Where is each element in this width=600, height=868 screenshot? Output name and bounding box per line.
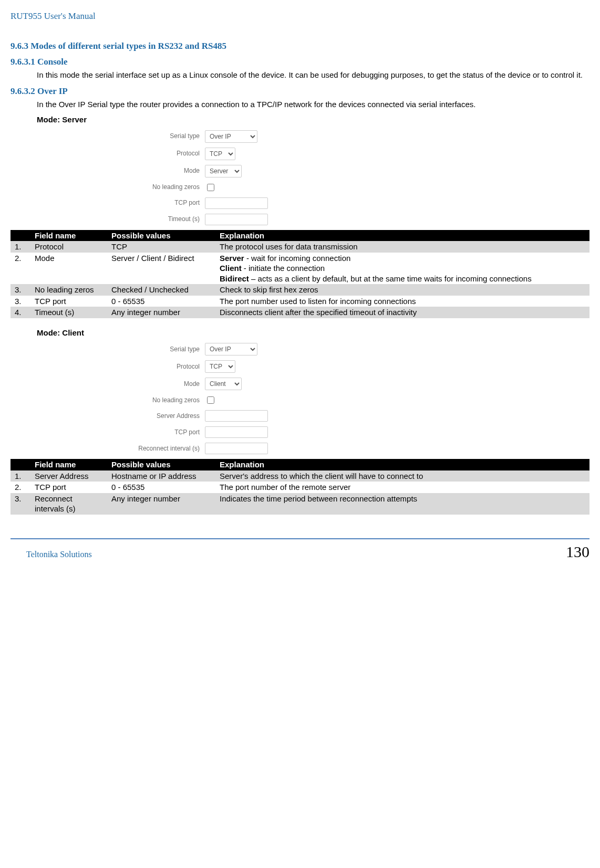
mode-server-label: Mode: Server xyxy=(37,114,589,125)
field-name: Timeout (s) xyxy=(30,307,107,318)
row-number: 3. xyxy=(11,284,30,296)
no-leading-zeros-checkbox[interactable] xyxy=(207,184,214,191)
table-row: 4.Timeout (s)Any integer numberDisconnec… xyxy=(11,307,589,318)
field-name: TCP port xyxy=(30,482,107,493)
possible-values: 0 - 65535 xyxy=(107,482,215,493)
timeout-input[interactable] xyxy=(205,214,268,225)
client-param-table: Field name Possible values Explanation 1… xyxy=(11,459,589,515)
col-possible: Possible values xyxy=(107,230,215,242)
row-number: 2. xyxy=(11,482,30,493)
row-number: 3. xyxy=(11,493,30,515)
row-number: 4. xyxy=(11,307,30,318)
table-row: 3.TCP port0 - 65535The port number used … xyxy=(11,296,589,307)
row-number: 3. xyxy=(11,296,30,307)
row-number: 1. xyxy=(11,470,30,482)
field-name: No leading zeros xyxy=(30,284,107,296)
server-address-input[interactable] xyxy=(205,410,268,422)
possible-values: Hostname or IP address xyxy=(107,470,215,482)
paragraph-overip: In the Over IP Serial type the router pr… xyxy=(11,99,589,110)
tcp-port-label: TCP port xyxy=(131,428,200,437)
heading-9632: 9.6.3.2 Over IP xyxy=(11,86,589,97)
server-param-table: Field name Possible values Explanation 1… xyxy=(11,230,589,318)
explanation: The port number of the remote server xyxy=(215,482,589,493)
col-possible: Possible values xyxy=(107,459,215,470)
footer-page-number: 130 xyxy=(566,541,589,562)
possible-values: Server / Client / Bidirect xyxy=(107,253,215,285)
field-name: Server Address xyxy=(30,470,107,482)
document-header: RUT955 User's Manual xyxy=(11,11,589,22)
server-address-label: Server Address xyxy=(131,412,200,421)
possible-values: TCP xyxy=(107,241,215,253)
page-footer: Teltonika Solutions 130 xyxy=(11,539,589,562)
table-row: 2.ModeServer / Client / BidirectServer -… xyxy=(11,253,589,285)
table-row: 3.Reconnect intervals (s)Any integer num… xyxy=(11,493,589,515)
table-row: 3.No leading zerosChecked / UncheckedChe… xyxy=(11,284,589,296)
col-num xyxy=(11,459,30,470)
explanation: Check to skip first hex zeros xyxy=(215,284,589,296)
mode-select[interactable]: Server xyxy=(205,165,242,177)
tcp-port-input[interactable] xyxy=(205,426,268,438)
no-leading-zeros-label: No leading zeros xyxy=(131,183,200,192)
table-row: 1.ProtocolTCPThe protocol uses for data … xyxy=(11,241,589,253)
protocol-label: Protocol xyxy=(131,150,200,158)
explanation: The protocol uses for data transmission xyxy=(215,241,589,253)
heading-9631: 9.6.3.1 Console xyxy=(11,56,589,68)
explanation: Server - wait for incoming connectionCli… xyxy=(215,253,589,285)
serial-type-select[interactable]: Over IP xyxy=(205,130,257,143)
protocol-label: Protocol xyxy=(131,363,200,371)
mode-label: Mode xyxy=(131,167,200,175)
tcp-port-input[interactable] xyxy=(205,197,268,209)
explanation: The port number used to listen for incom… xyxy=(215,296,589,307)
row-number: 2. xyxy=(11,253,30,285)
server-form: Serial type Over IP Protocol TCP Mode Se… xyxy=(131,130,289,225)
mode-label: Mode xyxy=(131,380,200,389)
paragraph-console: In this mode the serial interface set up… xyxy=(11,70,589,80)
possible-values: Any integer number xyxy=(107,307,215,318)
possible-values: Any integer number xyxy=(107,493,215,515)
explanation: Indicates the time period between reconn… xyxy=(215,493,589,515)
col-field: Field name xyxy=(30,230,107,242)
heading-963: 9.6.3 Modes of different serial types in… xyxy=(11,40,589,52)
explanation: Disconnects client after the specified t… xyxy=(215,307,589,318)
timeout-label: Timeout (s) xyxy=(131,215,200,224)
field-name: Reconnect intervals (s) xyxy=(30,493,107,515)
col-field: Field name xyxy=(30,459,107,470)
col-num xyxy=(11,230,30,242)
tcp-port-label: TCP port xyxy=(131,199,200,207)
table-row: 1.Server AddressHostname or IP addressSe… xyxy=(11,470,589,482)
explanation: Server's address to which the client wil… xyxy=(215,470,589,482)
mode-select[interactable]: Client xyxy=(205,378,242,390)
protocol-select[interactable]: TCP xyxy=(205,148,235,160)
serial-type-label: Serial type xyxy=(131,346,200,354)
col-explanation: Explanation xyxy=(215,230,589,242)
table-row: 2.TCP port0 - 65535The port number of th… xyxy=(11,482,589,493)
protocol-select[interactable]: TCP xyxy=(205,360,235,373)
field-name: Mode xyxy=(30,253,107,285)
client-form: Serial type Over IP Protocol TCP Mode Cl… xyxy=(131,343,289,454)
field-name: Protocol xyxy=(30,241,107,253)
col-explanation: Explanation xyxy=(215,459,589,470)
serial-type-label: Serial type xyxy=(131,132,200,141)
no-leading-zeros-label: No leading zeros xyxy=(131,396,200,405)
possible-values: 0 - 65535 xyxy=(107,296,215,307)
mode-client-label: Mode: Client xyxy=(37,328,589,338)
serial-type-select[interactable]: Over IP xyxy=(205,343,257,355)
reconnect-interval-input[interactable] xyxy=(205,443,268,454)
row-number: 1. xyxy=(11,241,30,253)
footer-company: Teltonika Solutions xyxy=(26,549,92,560)
possible-values: Checked / Unchecked xyxy=(107,284,215,296)
no-leading-zeros-checkbox[interactable] xyxy=(207,396,214,404)
reconnect-interval-label: Reconnect interval (s) xyxy=(131,445,200,453)
field-name: TCP port xyxy=(30,296,107,307)
